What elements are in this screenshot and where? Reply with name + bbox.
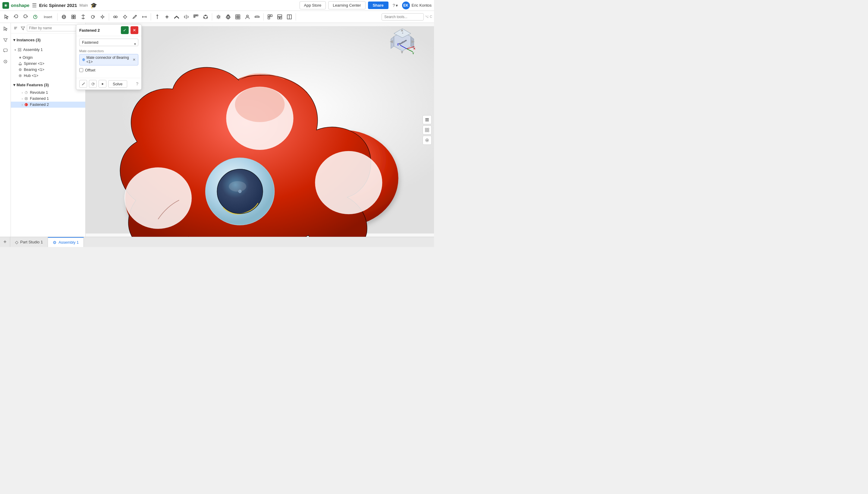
mate-type-select[interactable]: Fastened Revolute Slider Planar Cylindri… (79, 39, 138, 46)
tree-item-assembly1[interactable]: ▾ Assembly 1 (11, 45, 85, 55)
flip-tool[interactable] (79, 12, 88, 21)
svg-point-16 (124, 16, 126, 18)
offset-label[interactable]: Offset (85, 68, 95, 72)
mirror-tool[interactable] (182, 12, 191, 21)
svg-rect-72 (18, 50, 19, 51)
dialog-actions: Solve ? (76, 78, 141, 90)
view-tool-1[interactable] (265, 12, 275, 21)
measure-tool[interactable] (253, 12, 262, 21)
mini-history-tool[interactable] (1, 57, 9, 66)
svg-point-107 (235, 87, 285, 122)
sort-panel-btn[interactable] (13, 24, 19, 32)
tree-item-hub[interactable]: Hub <1> (11, 73, 85, 79)
offset-checkbox[interactable] (79, 68, 83, 72)
orientation-cube[interactable]: Bottom ꟸ X Y Z ▲ ▼ ◀ ▶ (389, 28, 416, 55)
hamburger-menu[interactable]: ☰ (32, 2, 37, 9)
undo-tool[interactable] (12, 12, 20, 21)
svg-point-15 (115, 16, 117, 18)
solve-button[interactable]: Solve (108, 80, 127, 88)
assembly1-expand: ▾ (15, 48, 16, 52)
instances-header[interactable]: ▾ Instances (3) (11, 35, 85, 45)
mini-comment-tool[interactable] (1, 46, 9, 55)
fastened2-error-icon: ! (24, 102, 28, 107)
tree-item-origin[interactable]: Origin (11, 55, 85, 61)
person-tool[interactable] (243, 12, 252, 21)
rotate-cw-tool[interactable] (88, 12, 97, 21)
rotate-action-btn[interactable] (89, 80, 97, 88)
share-button[interactable]: Share (368, 1, 389, 9)
dialog-confirm-button[interactable]: ✓ (121, 26, 129, 34)
help-button[interactable]: ? ▾ (391, 2, 400, 9)
mate-tool[interactable] (111, 12, 120, 21)
tab-assembly-1[interactable]: ⚙ Assembly 1 (48, 237, 84, 247)
grid-tool[interactable] (233, 12, 242, 21)
learning-center-button[interactable]: Learning Center (328, 1, 365, 10)
svg-text:!: ! (25, 103, 26, 106)
mate-features-label: Mate Features (3) (17, 83, 49, 87)
tab-part-studio-1[interactable]: ◇ Part Studio 1 (10, 237, 48, 247)
assembly-tool[interactable] (69, 12, 78, 21)
axis-tool[interactable] (153, 12, 162, 21)
svg-point-47 (246, 15, 248, 17)
properties-panel-btn[interactable] (422, 115, 432, 124)
part-icon-3 (18, 74, 22, 78)
svg-line-119 (407, 49, 413, 52)
mate-features-header[interactable]: ▾ Mate Features (3) (11, 80, 85, 90)
settings-tool[interactable] (224, 12, 233, 21)
left-panel: ▾ Instances (3) ▾ Assembly 1 (11, 23, 85, 237)
view-tool-3[interactable] (285, 12, 294, 21)
tree-item-bearing[interactable]: Bearing <1> (11, 66, 85, 73)
svg-rect-128 (425, 119, 429, 120)
explode-tool[interactable] (98, 12, 107, 21)
app-store-button[interactable]: App Store (300, 1, 326, 10)
svg-rect-131 (427, 128, 429, 130)
circular-pattern-tool[interactable] (201, 12, 210, 21)
user-area[interactable]: EK Eric Kontos (402, 1, 432, 10)
insert-tool[interactable]: Insert (40, 12, 56, 21)
search-tools-input[interactable] (381, 13, 424, 20)
redo-tool[interactable] (21, 12, 30, 21)
plane-tool[interactable] (172, 12, 181, 21)
filter-panel-btn[interactable] (20, 24, 26, 32)
tree-item-fastened1[interactable]: › Fastened 1 (11, 96, 85, 102)
svg-point-105 (238, 190, 241, 193)
svg-text:◀: ◀ (390, 39, 393, 44)
render-mode-btn[interactable] (422, 136, 432, 145)
config-tool[interactable] (214, 12, 223, 21)
mini-filter-tool[interactable] (1, 36, 9, 44)
view-tool-2[interactable] (275, 12, 284, 21)
refresh-tool[interactable] (31, 12, 40, 21)
svg-point-104 (229, 181, 246, 192)
filter-by-name-input[interactable] (27, 25, 76, 31)
add-tab-btn[interactable]: + (0, 237, 10, 247)
dialog-help-icon[interactable]: ? (136, 81, 138, 86)
grad-icon[interactable]: 🎓 (91, 2, 97, 9)
svg-point-37 (205, 15, 206, 16)
select-tool[interactable] (2, 12, 11, 21)
assembly-icon (18, 48, 22, 52)
svg-rect-35 (194, 16, 195, 18)
pattern-tool[interactable] (191, 12, 200, 21)
offset-row: Offset (79, 68, 138, 72)
svg-text:▶: ▶ (411, 39, 415, 44)
remove-connector-tag-btn[interactable]: ✕ (133, 58, 136, 62)
play-action-btn[interactable] (99, 80, 106, 88)
pencil-tool[interactable] (130, 12, 139, 21)
svg-text:Z: Z (397, 43, 399, 46)
tree-item-fastened2[interactable]: › ! Fastened 2 (11, 102, 85, 108)
dimension-tool[interactable] (140, 12, 149, 21)
connector-tag: Mate connector of Bearing <1> ✕ (79, 54, 138, 65)
left-mini-tools (0, 23, 11, 237)
point-tool[interactable] (162, 12, 172, 21)
part-studio-tab-icon: ◇ (15, 240, 18, 245)
tree-item-spinner[interactable]: Spinner <1> (11, 61, 85, 66)
explode-view-btn[interactable] (422, 126, 432, 134)
svg-rect-4 (72, 15, 73, 17)
tree-item-revolute1[interactable]: › Revolute 1 (11, 90, 85, 96)
view-rotate-tool[interactable] (59, 12, 68, 21)
mini-select-tool[interactable] (1, 25, 9, 33)
mate-connector-tool[interactable] (121, 12, 130, 21)
pencil-action-btn[interactable] (79, 80, 87, 88)
part-studio-tab-label: Part Studio 1 (20, 240, 43, 244)
dialog-close-button[interactable]: ✕ (131, 26, 138, 34)
